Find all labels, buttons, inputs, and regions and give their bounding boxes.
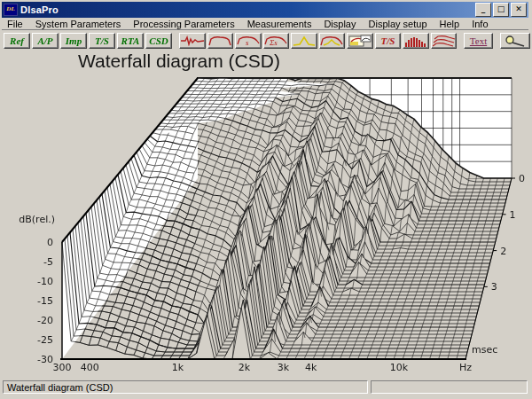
menu-item-processing-parameters[interactable]: Processing Parameters [133,19,234,29]
toolbar-button-imp[interactable]: Imp [60,33,87,49]
gate-editor-icon[interactable] [347,33,373,49]
frequency-response-icon[interactable] [207,33,234,49]
plot-title: Waterfall diagram (CSD) [78,51,280,72]
smoothing-icon[interactable]: s [235,33,262,49]
toolbar-button-t-s[interactable]: T/S [89,33,115,49]
svg-text:Σs: Σs [269,38,278,46]
close-button[interactable]: ✕ [511,3,527,17]
toolbar-button-rta[interactable]: RTA [117,33,144,49]
menu-item-help[interactable]: Help [440,19,460,29]
window-function-icon[interactable] [291,33,317,49]
title-bar[interactable]: DL DlsaPro _ □ ✕ [2,2,528,18]
toolbar-separator [174,33,177,49]
window-title: DlsaPro [20,4,475,15]
windowed-response-icon[interactable] [319,33,346,49]
menu-bar: FileSystem ParametersProcessing Paramete… [2,19,528,30]
status-aux [371,380,528,394]
status-bar: Waterfall diagram (CSD) [2,379,528,395]
ts-parameters-icon[interactable]: T/S [375,33,402,49]
menu-item-system-parameters[interactable]: System Parameters [35,19,121,29]
svg-text:s: s [246,38,249,46]
status-message: Waterfall diagram (CSD) [3,380,368,394]
toolbar-separator-3 [495,33,498,49]
menu-item-display-setup[interactable]: Display setup [369,19,427,29]
app-icon: DL [4,4,18,16]
toolbar-button-ref[interactable]: Ref [4,33,30,49]
rta-bars-icon[interactable] [403,33,429,49]
toolbar: RefA/PImpT/SRTACSD s Σs T/S [2,31,532,51]
menu-item-info[interactable]: Info [472,19,488,29]
sum-smoothing-icon[interactable]: Σs [263,33,290,49]
text-labels-icon[interactable]: Text [464,33,492,49]
waterfall-icon[interactable] [431,33,458,49]
zoom-icon[interactable] [500,33,530,49]
maximize-button[interactable]: □ [493,3,509,17]
toolbar-button-csd[interactable]: CSD [145,33,172,49]
menu-item-file[interactable]: File [7,19,23,29]
toolbar-button-a-p[interactable]: A/P [32,33,59,49]
menu-item-display[interactable]: Display [324,19,356,29]
menu-item-measurements[interactable]: Measurements [247,19,312,29]
app-window: DL DlsaPro _ □ ✕ FileSystem ParametersPr… [0,0,532,399]
toolbar-separator-2 [458,33,462,49]
impulse-response-icon[interactable] [179,33,206,49]
minimize-button[interactable]: _ [475,3,491,17]
